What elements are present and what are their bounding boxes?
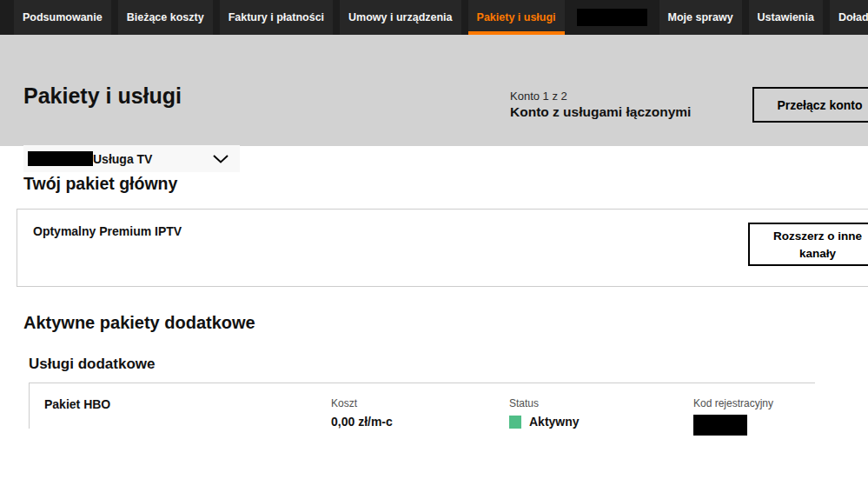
package-name: Optymalny Premium IPTV xyxy=(33,224,182,238)
cost-label: Koszt xyxy=(331,397,393,409)
registration-code-redacted-box xyxy=(693,415,747,436)
nav-item-ustawienia[interactable]: Ustawienia xyxy=(749,0,823,35)
chevron-down-icon xyxy=(213,155,229,163)
account-name: Konto z usługami łączonymi xyxy=(510,103,691,120)
service-name: Pakiet HBO xyxy=(44,397,110,411)
main-package-card: Optymalny Premium IPTV Rozszerz o inne k… xyxy=(17,209,868,287)
nav-item-moje-sprawy[interactable]: Moje sprawy xyxy=(659,0,742,35)
registration-code-label: Kod rejestracyjny xyxy=(693,397,773,409)
status-label: Status xyxy=(509,397,580,409)
service-selector-dropdown[interactable]: Usługa TV xyxy=(23,145,240,172)
account-info: Konto 1 z 2 Konto z usługami łączonymi xyxy=(510,90,691,121)
service-cost-column: Koszt 0,00 zł/m-c xyxy=(331,397,393,429)
page-title: Pakiety i usługi xyxy=(23,83,182,109)
nav-item-podsumowanie[interactable]: Podsumowanie xyxy=(14,0,111,35)
service-selector-value: Usługa TV xyxy=(93,152,152,166)
nav-item-biezace-koszty[interactable]: Bieżące koszty xyxy=(118,0,213,35)
page-header: Pakiety i usługi Konto 1 z 2 Konto z usł… xyxy=(0,35,868,146)
service-code-column: Kod rejestracyjny xyxy=(693,397,773,436)
nav-item-pakiety-i-uslugi-active[interactable]: Pakiety i usługi xyxy=(468,0,565,35)
service-selector-redacted-box xyxy=(28,151,93,166)
switch-account-button[interactable]: Przełącz konto xyxy=(752,87,868,123)
nav-item-redacted-box[interactable] xyxy=(577,9,647,26)
expand-channels-button[interactable]: Rozszerz o inne kanały xyxy=(748,223,868,266)
additional-services-table: Pakiet HBO Koszt 0,00 zł/m-c Status Akty… xyxy=(29,383,815,429)
nav-item-doladowania[interactable]: Doładowania xyxy=(830,0,868,35)
status-active-indicator-icon xyxy=(509,416,521,429)
status-value: Aktywny xyxy=(529,415,580,429)
service-status-column: Status Aktywny xyxy=(509,397,580,429)
nav-item-umowy-i-urzadzenia[interactable]: Umowy i urządzenia xyxy=(340,0,461,35)
main-package-heading: Twój pakiet główny xyxy=(23,174,177,194)
nav-item-faktury-i-platnosci[interactable]: Faktury i płatności xyxy=(220,0,333,35)
additional-services-heading: Usługi dodatkowe xyxy=(29,356,155,373)
active-addons-heading: Aktywne pakiety dodatkowe xyxy=(23,313,255,333)
cost-value: 0,00 zł/m-c xyxy=(331,415,393,429)
account-counter: Konto 1 z 2 xyxy=(510,90,691,103)
top-navigation: Podsumowanie Bieżące koszty Faktury i pł… xyxy=(0,0,868,35)
